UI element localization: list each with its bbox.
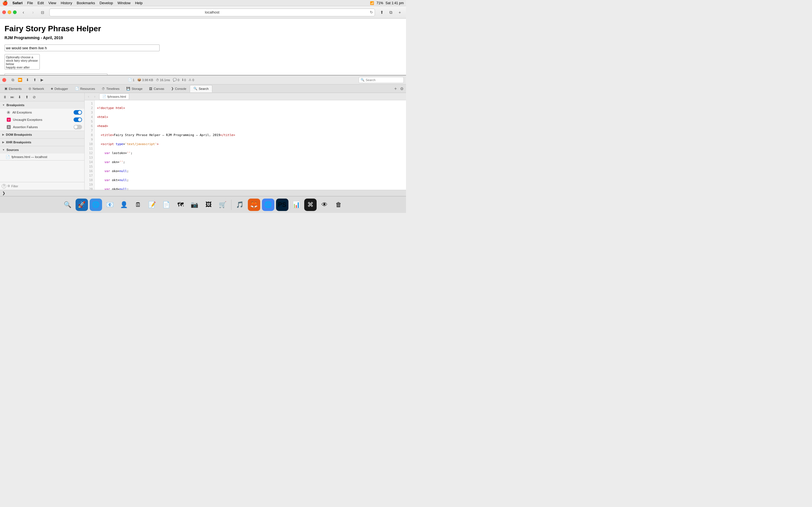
- code-nav-back[interactable]: ‹: [86, 94, 91, 100]
- menu-window[interactable]: Window: [117, 1, 131, 5]
- filter-help-button[interactable]: ?: [2, 184, 6, 188]
- sidebar-toggle-button[interactable]: ⊟: [39, 8, 47, 16]
- code-line-3: <head>: [97, 124, 406, 128]
- close-button[interactable]: [2, 10, 6, 14]
- sources-header[interactable]: ▼ Sources: [0, 146, 84, 154]
- dock-item-photos[interactable]: 📷: [188, 199, 201, 211]
- breakpoints-step-button[interactable]: ⏭: [9, 94, 15, 100]
- search-tab-label: Search: [199, 87, 209, 91]
- dock-item-contacts[interactable]: 👤: [118, 199, 130, 211]
- dock-item-activity[interactable]: 📊: [290, 199, 303, 211]
- breakpoints-up-button[interactable]: ⬆: [24, 94, 30, 100]
- uncaught-exceptions-icon: U: [7, 118, 11, 122]
- sources-file-item[interactable]: 📄 fphrases.html — localhost: [0, 154, 84, 160]
- devtools-search-box[interactable]: 🔍: [359, 77, 404, 83]
- back-button[interactable]: ‹: [19, 8, 28, 16]
- dock-item-iphoto[interactable]: 🖼: [202, 199, 215, 211]
- tab-console[interactable]: ❯ Console: [168, 85, 190, 93]
- continue-button[interactable]: ▶: [39, 77, 45, 83]
- menu-safari[interactable]: Safari: [12, 1, 22, 5]
- devtools: ⧉ ⏩ ⬇ ⬆ ▶ 📄 1 📦 3.98 KB ⏱ 16.1ms 💬 0: [0, 75, 406, 196]
- xhr-breakpoints-header[interactable]: ▶ XHR Breakpoints: [0, 138, 84, 146]
- menu-file[interactable]: File: [27, 1, 33, 5]
- step-out-button[interactable]: ⬆: [32, 77, 38, 83]
- dock-item-reminders[interactable]: 📝: [146, 199, 158, 211]
- tab-resources[interactable]: 📄 Resources: [71, 85, 99, 93]
- dock-divider: [231, 200, 232, 210]
- tab-canvas[interactable]: 🖼 Canvas: [146, 85, 167, 93]
- maximize-button[interactable]: [13, 10, 17, 14]
- all-exceptions-item[interactable]: A All Exceptions: [0, 109, 84, 116]
- warning-value: 0: [192, 78, 194, 82]
- dock-item-appstore[interactable]: 🛒: [216, 199, 229, 211]
- tab-debugger[interactable]: ◈ Debugger: [47, 85, 71, 93]
- devtools-settings-button[interactable]: ⚙: [399, 86, 405, 92]
- console-input[interactable]: [7, 191, 404, 195]
- breakpoints-deactivate-button[interactable]: ⊘: [31, 94, 37, 100]
- assertion-failures-item[interactable]: A Assertion Failures: [0, 123, 84, 131]
- dom-breakpoints-header[interactable]: ▶ DOM Breakpoints: [0, 131, 84, 138]
- refresh-button[interactable]: ↻: [370, 10, 373, 14]
- menu-view[interactable]: View: [49, 1, 56, 5]
- tab-search[interactable]: 🔍 Search: [190, 85, 212, 93]
- menu-help[interactable]: Help: [135, 1, 143, 5]
- menu-history[interactable]: History: [61, 1, 72, 5]
- tabs-button[interactable]: ⧉: [387, 8, 395, 16]
- phrase-dropdown[interactable]: Optionally choose a stock fairy story ph…: [4, 54, 40, 69]
- breakpoints-down-button[interactable]: ⬇: [16, 94, 22, 100]
- forward-button[interactable]: ›: [29, 8, 37, 16]
- menu-develop[interactable]: Develop: [100, 1, 113, 5]
- new-tab-button[interactable]: +: [396, 8, 404, 16]
- output-textarea[interactable]: once upon a time there was a beautiful p…: [4, 73, 107, 75]
- filter-input[interactable]: [11, 184, 83, 188]
- apple-menu[interactable]: 🍎: [2, 0, 8, 6]
- dock-item-calendar[interactable]: 🗓: [132, 199, 144, 211]
- devtools-body: ⏸ ⏭ ⬇ ⬆ ⊘ ▼ Breakpoints A All Exceptions: [0, 93, 406, 190]
- uncaught-exceptions-toggle[interactable]: [73, 117, 82, 122]
- all-exceptions-toggle[interactable]: [73, 110, 82, 115]
- tab-storage[interactable]: 💾 Storage: [123, 85, 146, 93]
- size-icon: 📦: [137, 78, 141, 82]
- code-body[interactable]: 12345 678910 1112131415 1617181920 21222…: [85, 100, 406, 190]
- phrase-input[interactable]: [4, 45, 160, 51]
- dock-item-trash[interactable]: 🗑: [333, 199, 345, 211]
- code-nav-forward[interactable]: ›: [92, 94, 98, 100]
- canvas-tab-icon: 🖼: [149, 87, 152, 91]
- dock-item-mail[interactable]: 📧: [104, 199, 116, 211]
- dock-item-preview[interactable]: 👁: [318, 199, 331, 211]
- info-stat: ℹ 0: [182, 78, 186, 82]
- breakpoints-header[interactable]: ▼ Breakpoints: [0, 101, 84, 109]
- breakpoints-pause-button[interactable]: ⏸: [2, 94, 8, 100]
- step-over-button[interactable]: ⏩: [17, 77, 23, 83]
- xhr-breakpoints-section: ▶ XHR Breakpoints: [0, 138, 84, 146]
- code-tab-fphrases[interactable]: 📄 fphrases.html: [99, 94, 129, 100]
- page-content: Fairy Story Phrase Helper RJM Programmin…: [0, 18, 406, 75]
- step-in-button[interactable]: ⬇: [24, 77, 31, 83]
- dock-item-launchpad[interactable]: 🚀: [75, 199, 88, 211]
- menu-edit[interactable]: Edit: [38, 1, 44, 5]
- dock-item-finder[interactable]: 🔍: [61, 199, 74, 211]
- tab-elements[interactable]: ▣ Elements: [1, 85, 25, 93]
- dock-item-chrome[interactable]: 🌐: [262, 199, 274, 211]
- address-bar[interactable]: localhost ↻: [49, 8, 375, 16]
- devtools-search-input[interactable]: [366, 78, 402, 82]
- devtools-close-button[interactable]: [2, 78, 6, 82]
- add-tab-button[interactable]: +: [393, 86, 399, 92]
- file-icon: 📄: [6, 155, 10, 159]
- minimize-button[interactable]: [8, 10, 11, 14]
- tab-timelines[interactable]: ⏱ Timelines: [98, 85, 123, 93]
- share-button[interactable]: ⬆: [378, 8, 386, 16]
- uncaught-exceptions-item[interactable]: U Uncaught Exceptions: [0, 116, 84, 123]
- traffic-lights: [2, 10, 17, 14]
- dock-item-photoshop[interactable]: PS: [276, 199, 289, 211]
- tab-network[interactable]: ◎ Network: [25, 85, 47, 93]
- dock-item-firefox[interactable]: 🦊: [248, 199, 260, 211]
- dock-item-notes[interactable]: 📄: [160, 199, 172, 211]
- menu-bookmarks[interactable]: Bookmarks: [77, 1, 95, 5]
- assertion-failures-toggle[interactable]: [73, 125, 82, 129]
- dock-item-terminal[interactable]: ⌘: [304, 199, 317, 211]
- dock-item-safari[interactable]: 🌐: [90, 199, 102, 211]
- detach-button[interactable]: ⧉: [10, 77, 16, 83]
- dock-item-maps[interactable]: 🗺: [174, 199, 187, 211]
- dock-item-itunes[interactable]: 🎵: [234, 199, 246, 211]
